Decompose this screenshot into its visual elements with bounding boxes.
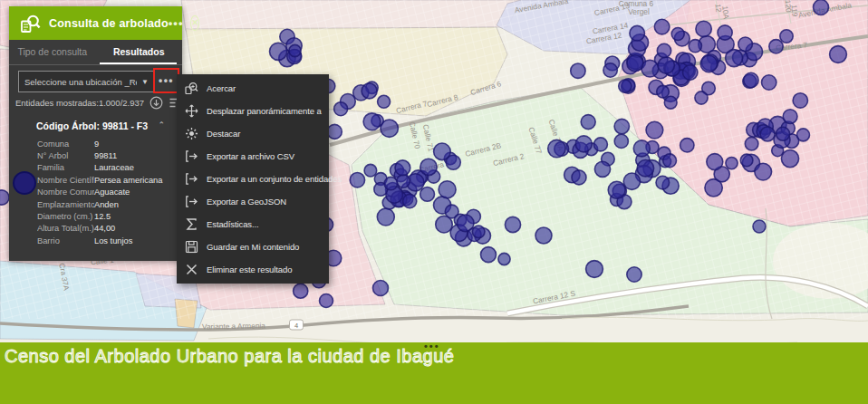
menu-item-label: Guardar en Mi contenido <box>207 242 299 252</box>
feature-field-row: EmplazamientoAnden <box>37 198 171 210</box>
result-selector-row: Seleccione una ubicación _Resultado ▼ ••… <box>18 71 173 92</box>
menu-item-label: Exportar a GeoJSON <box>207 197 286 207</box>
field-label: Nombre Comun <box>37 188 94 197</box>
menu-item-desplazar-panorámicamente-a[interactable]: Desplazar panorámicamente a <box>177 100 329 122</box>
menu-item-label: Exportar a un conjunto de entidades <box>207 174 342 184</box>
menu-item-exportar-a-geojson[interactable]: Exportar a GeoJSON <box>177 190 329 213</box>
zoom-to-icon <box>185 82 198 95</box>
field-value: Lauraceae <box>94 163 171 172</box>
feature-field-row: N° Arbol99811 <box>37 149 171 161</box>
feature-title: Código Árbol: 99811 - F3 <box>36 120 158 131</box>
attribute-bar: ••• Censo del Arbolado Urbano para la ci… <box>0 342 868 404</box>
menu-item-label: Estadísticas... <box>207 219 259 229</box>
chevron-down-icon: ▼ <box>137 78 153 86</box>
entities-row: Entidades mostradas:1.000/2.937 <box>15 95 176 110</box>
menu-item-exportar-a-un-conjunto-de-entidades[interactable]: Exportar a un conjunto de entidades <box>177 168 329 190</box>
annotation-red-box: ••• <box>153 68 179 93</box>
field-label: N° Arbol <box>37 151 94 160</box>
field-label: Emplazamiento <box>37 200 94 209</box>
field-label: Comuna <box>37 139 94 149</box>
field-value: 44,00 <box>94 224 171 233</box>
field-label: Barrio <box>37 236 94 245</box>
feature-symbol-dot <box>13 171 36 195</box>
result-actions-button[interactable]: ••• <box>159 77 174 84</box>
app-title: Censo del Arbolado Urbano para la ciudad… <box>5 346 454 367</box>
feature-field-row: FamiliaLauraceae <box>37 162 171 174</box>
delete-icon <box>185 263 198 276</box>
menu-item-label: Eliminar este resultado <box>207 265 292 274</box>
menu-item-label: Destacar <box>207 129 240 139</box>
feature-field-row: Nombre ComunAguacate <box>37 187 171 198</box>
result-dropdown-value: Seleccione una ubicación _Resultado <box>19 77 137 87</box>
panel-tabs: Tipo de consultaResultados <box>9 40 182 65</box>
export-icon <box>185 149 198 163</box>
tab-tipo-de-consulta[interactable]: Tipo de consulta <box>9 40 96 64</box>
field-label: Familia <box>37 163 94 172</box>
pan-to-icon <box>185 104 198 118</box>
sigma-icon <box>185 217 198 231</box>
result-actions-menu: AcercarDesplazar panorámicamente aDestac… <box>177 74 329 284</box>
entities-count: Entidades mostradas:1.000/2.937 <box>15 98 144 108</box>
field-label: Diametro (cm.) <box>37 212 94 221</box>
field-value: 12.5 <box>94 212 171 221</box>
field-value: Los tunjos <box>94 236 171 245</box>
feature-field-row: Nombre CientíficoPersea americana <box>37 174 171 186</box>
feature-field-row: Diametro (cm.)12.5 <box>37 210 171 222</box>
close-icon[interactable]: ✕ <box>190 15 199 31</box>
field-value: Aguacate <box>94 188 171 197</box>
field-label: Nombre Científico <box>37 176 94 185</box>
field-value: Persea americana <box>94 176 171 185</box>
menu-item-acercar[interactable]: Acercar <box>177 77 329 100</box>
field-label: Altura Total(m.) <box>37 224 94 233</box>
feature-field-row: Altura Total(m.)44,00 <box>37 223 171 235</box>
query-panel-header: Consulta de arbolado ••• ✕ <box>9 6 182 40</box>
field-value: 99811 <box>94 151 171 160</box>
result-dropdown[interactable]: Seleccione una ubicación _Resultado ▼ <box>18 71 154 92</box>
tab-resultados[interactable]: Resultados <box>96 40 183 64</box>
menu-item-label: Acercar <box>207 83 236 93</box>
query-icon <box>19 13 41 34</box>
query-panel: Consulta de arbolado ••• ✕ Tipo de consu… <box>9 6 182 261</box>
menu-item-eliminar-este-resultado[interactable]: Eliminar este resultado <box>177 258 329 281</box>
feature-field-row: Comuna9 <box>37 138 171 149</box>
save-icon <box>185 240 198 254</box>
export-icon <box>185 195 198 208</box>
flash-icon <box>185 127 198 140</box>
menu-item-exportar-a-archivo-csv[interactable]: Exportar a archivo CSV <box>177 145 329 168</box>
feature-card: Código Árbol: 99811 - F3 ⌃ Comuna9N° Arb… <box>9 113 182 261</box>
feature-fields: Comuna9N° Arbol99811FamiliaLauraceaeNomb… <box>37 138 171 247</box>
menu-item-estadísticas-[interactable]: Estadísticas... <box>177 213 329 236</box>
load-more-icon[interactable] <box>149 96 163 110</box>
menu-item-destacar[interactable]: Destacar <box>177 122 329 145</box>
collapse-chevron-icon[interactable]: ⌃ <box>158 120 165 131</box>
panel-menu-button[interactable]: ••• <box>169 19 184 28</box>
field-value: 9 <box>94 139 171 149</box>
feature-field-row: BarrioLos tunjos <box>37 235 171 246</box>
panel-title: Consulta de arbolado <box>49 17 169 30</box>
export-icon <box>185 172 198 186</box>
menu-item-label: Exportar a archivo CSV <box>207 151 294 161</box>
menu-item-label: Desplazar panorámicamente a <box>207 106 322 116</box>
menu-item-guardar-en-mi-contenido[interactable]: Guardar en Mi contenido <box>177 236 329 258</box>
field-value: Anden <box>94 200 171 209</box>
app-stage: Comuna 6VergelAvenida AmbalaCarrera 13Ca… <box>0 0 868 404</box>
